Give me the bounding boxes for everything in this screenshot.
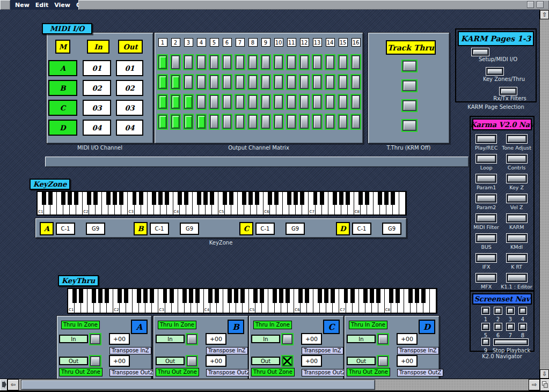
- matrix-toggle[interactable]: [196, 74, 207, 90]
- matrix-toggle[interactable]: [273, 94, 284, 110]
- matrix-toggle[interactable]: [247, 94, 258, 110]
- transpose-out-value[interactable]: +00: [206, 355, 226, 367]
- matrix-toggle[interactable]: [299, 114, 310, 130]
- screenset-button[interactable]: [518, 307, 527, 315]
- black-key[interactable]: [253, 289, 258, 303]
- black-key[interactable]: [165, 192, 169, 205]
- nav-button[interactable]: [506, 174, 528, 183]
- out-range-box[interactable]: Out: [59, 357, 88, 365]
- in-range-box[interactable]: In: [59, 335, 88, 343]
- transpose-in-value[interactable]: +00: [301, 333, 322, 345]
- black-key[interactable]: [391, 192, 395, 205]
- matrix-toggle[interactable]: [157, 74, 168, 90]
- zone-high-value[interactable]: G9: [382, 223, 401, 235]
- matrix-toggle[interactable]: [209, 114, 219, 130]
- black-key[interactable]: [344, 289, 348, 303]
- black-key[interactable]: [74, 192, 78, 205]
- screenset-button[interactable]: [494, 323, 502, 331]
- black-key[interactable]: [124, 289, 128, 303]
- transpose-out-value[interactable]: +00: [397, 355, 418, 367]
- matrix-toggle[interactable]: [273, 74, 284, 90]
- matrix-toggle[interactable]: [325, 54, 335, 70]
- midi-channel-button[interactable]: A: [48, 60, 77, 76]
- matrix-toggle[interactable]: [235, 114, 245, 130]
- black-key[interactable]: [421, 289, 426, 303]
- black-key[interactable]: [72, 289, 77, 303]
- in-enable-checkbox[interactable]: [281, 333, 294, 345]
- matrix-toggle[interactable]: [299, 54, 310, 70]
- midi-channel-button[interactable]: B: [48, 80, 77, 96]
- black-key[interactable]: [184, 192, 188, 205]
- in-range-box[interactable]: In: [347, 335, 376, 343]
- matrix-toggle[interactable]: [209, 54, 219, 70]
- black-key[interactable]: [98, 289, 103, 303]
- matrix-toggle[interactable]: [350, 74, 361, 90]
- matrix-toggle[interactable]: [170, 94, 181, 110]
- zone-low-value[interactable]: C-1: [352, 223, 371, 235]
- black-key[interactable]: [170, 289, 174, 303]
- scroll-right-arrow-icon[interactable]: ⇨: [529, 379, 540, 390]
- black-key[interactable]: [260, 289, 264, 303]
- out-enable-checkbox[interactable]: [186, 355, 198, 367]
- matrix-toggle[interactable]: [222, 114, 232, 130]
- matrix-toggle[interactable]: [157, 114, 168, 130]
- transpose-out-value[interactable]: +00: [109, 355, 130, 367]
- black-key[interactable]: [287, 192, 291, 205]
- matrix-toggle[interactable]: [157, 94, 168, 110]
- matrix-toggle[interactable]: [286, 74, 297, 90]
- matrix-toggle[interactable]: [235, 74, 245, 90]
- matrix-toggle[interactable]: [247, 74, 258, 90]
- midi-out-value[interactable]: 02: [116, 80, 143, 96]
- stop-playback-button[interactable]: [493, 338, 529, 346]
- screenset-button[interactable]: [494, 307, 502, 315]
- matrix-toggle[interactable]: [183, 74, 194, 90]
- black-key[interactable]: [195, 289, 200, 303]
- matrix-toggle[interactable]: [260, 94, 271, 110]
- nav-button[interactable]: [475, 134, 497, 144]
- resize-grip[interactable]: [540, 379, 549, 390]
- black-key[interactable]: [242, 192, 246, 205]
- black-key[interactable]: [210, 192, 214, 205]
- transpose-in-value[interactable]: +00: [109, 333, 130, 345]
- nav-button[interactable]: [506, 154, 528, 164]
- matrix-toggle[interactable]: [260, 114, 271, 130]
- black-key[interactable]: [378, 192, 382, 205]
- black-key[interactable]: [279, 289, 283, 303]
- black-key[interactable]: [118, 289, 122, 303]
- black-key[interactable]: [68, 192, 72, 205]
- matrix-toggle[interactable]: [260, 54, 271, 70]
- black-key[interactable]: [158, 192, 163, 205]
- black-key[interactable]: [318, 289, 322, 303]
- out-range-box[interactable]: Out: [156, 357, 185, 365]
- black-key[interactable]: [163, 289, 167, 303]
- matrix-toggle[interactable]: [286, 54, 297, 70]
- window-corner-box[interactable]: [0, 0, 10, 10]
- matrix-toggle[interactable]: [286, 114, 297, 130]
- black-key[interactable]: [150, 289, 154, 303]
- out-range-box[interactable]: Out: [251, 357, 280, 365]
- black-key[interactable]: [298, 289, 303, 303]
- matrix-toggle[interactable]: [338, 74, 348, 90]
- zone-high-value[interactable]: G9: [286, 223, 305, 235]
- matrix-toggle[interactable]: [273, 114, 284, 130]
- matrix-toggle[interactable]: [183, 94, 194, 110]
- nav-button[interactable]: [506, 213, 528, 223]
- black-key[interactable]: [346, 192, 350, 205]
- matrix-toggle[interactable]: [338, 94, 348, 110]
- matrix-toggle[interactable]: [209, 74, 219, 90]
- matrix-toggle[interactable]: [196, 114, 207, 130]
- menu-item-edit[interactable]: Edit: [35, 2, 48, 9]
- matrix-toggle[interactable]: [183, 54, 194, 70]
- tab-keyzone[interactable]: KeyZone: [30, 179, 70, 190]
- nav-button[interactable]: [475, 213, 497, 223]
- out-enable-checkbox[interactable]: [377, 355, 389, 367]
- matrix-toggle[interactable]: [312, 74, 323, 90]
- matrix-toggle[interactable]: [247, 54, 258, 70]
- black-key[interactable]: [350, 289, 355, 303]
- matrix-toggle[interactable]: [273, 54, 284, 70]
- matrix-toggle[interactable]: [325, 114, 335, 130]
- black-key[interactable]: [376, 289, 380, 303]
- black-key[interactable]: [320, 192, 324, 205]
- matrix-toggle[interactable]: [222, 54, 232, 70]
- black-key[interactable]: [300, 192, 304, 205]
